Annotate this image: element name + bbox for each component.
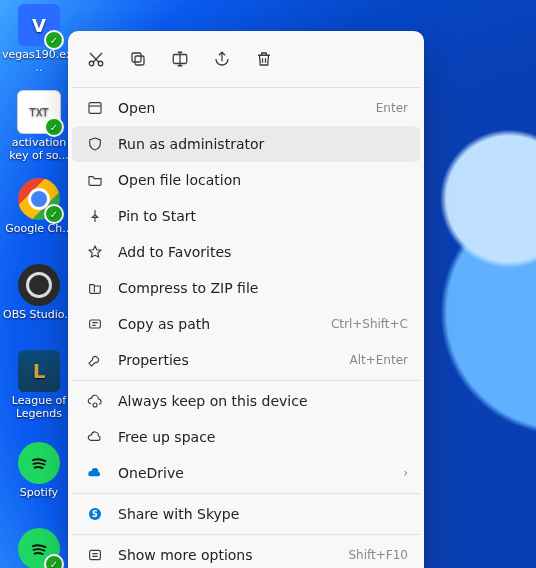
- cloud-icon: [84, 429, 106, 445]
- copy-button[interactable]: [120, 41, 156, 77]
- menu-item-favorites[interactable]: Add to Favorites: [72, 234, 420, 270]
- svg-rect-5: [89, 103, 101, 114]
- desktop-icon-label: Google Ch...: [2, 222, 76, 235]
- desktop-icon-label: League of Legends: [2, 394, 76, 420]
- desktop-icon-chrome[interactable]: ✓ Google Ch...: [2, 178, 76, 235]
- open-icon: [84, 100, 106, 116]
- desktop-icon-spotify[interactable]: Spotify: [2, 442, 76, 499]
- folder-icon: [84, 172, 106, 188]
- menu-item-label: Properties: [118, 352, 349, 368]
- rename-button[interactable]: [162, 41, 198, 77]
- separator: [72, 87, 420, 88]
- menu-item-open-location[interactable]: Open file location: [72, 162, 420, 198]
- desktop-icon-label: Spotify: [2, 486, 76, 499]
- menu-item-free-up[interactable]: Free up space: [72, 419, 420, 455]
- delete-button[interactable]: [246, 41, 282, 77]
- desktop: V✓ vegas190.ex... TXT✓ activation key of…: [0, 0, 536, 568]
- menu-item-zip[interactable]: Compress to ZIP file: [72, 270, 420, 306]
- menu-item-label: Compress to ZIP file: [118, 280, 408, 296]
- separator: [72, 380, 420, 381]
- menu-item-always-keep[interactable]: Always keep on this device: [72, 383, 420, 419]
- svg-rect-10: [90, 550, 101, 559]
- menu-item-hint: Shift+F10: [348, 548, 408, 562]
- svg-point-7: [93, 403, 97, 407]
- svg-point-0: [89, 61, 94, 66]
- zip-icon: [84, 280, 106, 296]
- chevron-right-icon: ›: [403, 466, 408, 480]
- desktop-icon-label: OBS Studio...: [2, 308, 76, 321]
- menu-item-more-options[interactable]: Show more options Shift+F10: [72, 537, 420, 568]
- menu-item-label: Pin to Start: [118, 208, 408, 224]
- star-icon: [84, 244, 106, 260]
- menu-item-label: Copy as path: [118, 316, 331, 332]
- svg-rect-2: [135, 56, 144, 65]
- desktop-icon-lol[interactable]: L League of Legends: [2, 350, 76, 420]
- desktop-icon-label: vegas190.ex...: [2, 48, 76, 74]
- svg-rect-6: [90, 320, 101, 328]
- share-button[interactable]: [204, 41, 240, 77]
- separator: [72, 493, 420, 494]
- menu-item-label: OneDrive: [118, 465, 403, 481]
- desktop-icon-label: activation key of so...: [2, 136, 76, 162]
- menu-item-label: Add to Favorites: [118, 244, 408, 260]
- menu-item-hint: Enter: [376, 101, 408, 115]
- menu-item-copy-path[interactable]: Copy as path Ctrl+Shift+C: [72, 306, 420, 342]
- context-menu-toolbar: [72, 35, 420, 85]
- context-menu: Open Enter Run as administrator Open fil…: [68, 31, 424, 568]
- menu-item-label: Show more options: [118, 547, 348, 563]
- desktop-icon-vegas[interactable]: V✓ vegas190.ex...: [2, 4, 76, 74]
- path-icon: [84, 316, 106, 332]
- svg-point-1: [98, 61, 103, 66]
- menu-item-label: Free up space: [118, 429, 408, 445]
- desktop-icon-activation[interactable]: TXT✓ activation key of so...: [2, 90, 76, 162]
- menu-item-hint: Alt+Enter: [349, 353, 408, 367]
- more-icon: [84, 547, 106, 563]
- desktop-icon-obs[interactable]: OBS Studio...: [2, 264, 76, 321]
- menu-item-label: Share with Skype: [118, 506, 408, 522]
- menu-item-label: Run as administrator: [118, 136, 408, 152]
- menu-item-label: Open: [118, 100, 376, 116]
- shield-icon: [84, 136, 106, 152]
- separator: [72, 534, 420, 535]
- svg-rect-3: [132, 53, 141, 62]
- menu-item-properties[interactable]: Properties Alt+Enter: [72, 342, 420, 378]
- menu-item-run-admin[interactable]: Run as administrator: [72, 126, 420, 162]
- menu-item-label: Open file location: [118, 172, 408, 188]
- menu-item-hint: Ctrl+Shift+C: [331, 317, 408, 331]
- menu-item-pin-start[interactable]: Pin to Start: [72, 198, 420, 234]
- menu-item-skype[interactable]: S Share with Skype: [72, 496, 420, 532]
- pin-icon: [84, 208, 106, 224]
- menu-item-label: Always keep on this device: [118, 393, 408, 409]
- desktop-icon-partial[interactable]: ✓: [2, 528, 76, 568]
- cloud-check-icon: [84, 393, 106, 409]
- onedrive-icon: [84, 465, 106, 481]
- menu-item-open[interactable]: Open Enter: [72, 90, 420, 126]
- svg-text:S: S: [92, 510, 98, 519]
- wrench-icon: [84, 352, 106, 368]
- cut-button[interactable]: [78, 41, 114, 77]
- skype-icon: S: [84, 506, 106, 522]
- menu-item-onedrive[interactable]: OneDrive ›: [72, 455, 420, 491]
